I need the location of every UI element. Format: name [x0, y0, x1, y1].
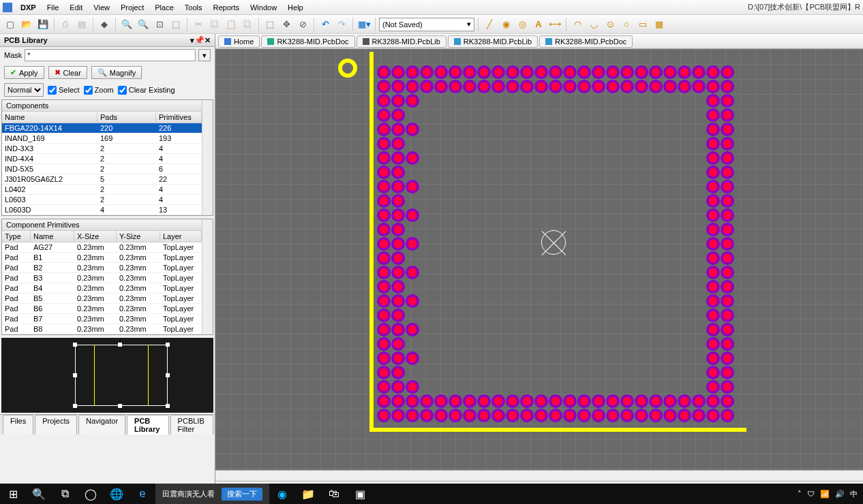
primitive-row[interactable]: PadB10.23mm0.23mmTopLayer	[2, 253, 202, 263]
tray-wifi-icon[interactable]: 📶	[820, 490, 830, 499]
pad[interactable]	[549, 394, 562, 408]
primitive-row[interactable]: PadAG270.23mm0.23mmTopLayer	[2, 242, 202, 253]
pad[interactable]	[563, 65, 577, 79]
pad[interactable]	[377, 266, 391, 279]
pad[interactable]	[706, 223, 720, 236]
pad[interactable]	[420, 80, 434, 93]
pad[interactable]	[463, 80, 476, 93]
pad[interactable]	[606, 409, 620, 422]
undo-icon[interactable]: ↶	[318, 17, 333, 32]
pad[interactable]	[420, 65, 434, 79]
component-row[interactable]: INAND_169169193	[2, 133, 202, 144]
pad[interactable]	[592, 65, 605, 79]
pad[interactable]	[377, 394, 391, 408]
pad[interactable]	[406, 123, 419, 136]
pad[interactable]	[549, 409, 562, 422]
primitive-row[interactable]: PadB60.23mm0.23mmTopLayer	[2, 304, 202, 314]
pad[interactable]	[391, 366, 405, 379]
pad[interactable]	[491, 80, 505, 93]
pad[interactable]	[391, 380, 405, 394]
pad[interactable]	[692, 409, 706, 422]
pad[interactable]	[377, 251, 391, 265]
pad[interactable]	[563, 394, 577, 408]
cortana-icon[interactable]: ◯	[78, 484, 104, 504]
pad[interactable]	[377, 223, 391, 236]
zoom-checkbox[interactable]: Zoom	[84, 86, 114, 95]
pad[interactable]	[649, 65, 663, 79]
mask-input[interactable]	[25, 49, 196, 61]
menu-file[interactable]: File	[42, 2, 65, 13]
pad[interactable]	[491, 394, 505, 408]
pad[interactable]	[721, 366, 734, 379]
pad[interactable]	[706, 309, 720, 322]
pad[interactable]	[391, 166, 405, 179]
print-icon[interactable]: ⎙	[58, 17, 73, 32]
pad[interactable]	[706, 94, 720, 108]
pad[interactable]	[377, 94, 391, 108]
pad[interactable]	[520, 394, 534, 408]
pad[interactable]	[721, 166, 734, 179]
pad[interactable]	[391, 337, 405, 351]
pad[interactable]	[534, 65, 548, 79]
pad[interactable]	[721, 123, 734, 136]
edge-icon[interactable]: e	[130, 484, 155, 504]
pad[interactable]	[391, 394, 405, 408]
pad[interactable]	[706, 237, 720, 251]
preview-icon[interactable]: ▤	[74, 17, 89, 32]
pad[interactable]	[520, 409, 534, 422]
component-row[interactable]: L040224	[2, 185, 202, 195]
pad[interactable]	[406, 94, 419, 108]
menu-tools[interactable]: Tools	[179, 2, 208, 13]
primitive-row[interactable]: PadB80.23mm0.23mmTopLayer	[2, 324, 202, 334]
pad[interactable]	[706, 337, 720, 351]
layers-icon[interactable]: ◆	[97, 17, 112, 32]
doc-tab[interactable]: Home	[218, 35, 260, 48]
component-row[interactable]: L060324	[2, 195, 202, 205]
magnify-button[interactable]: 🔍Magnify	[91, 66, 142, 79]
pad[interactable]	[406, 266, 419, 279]
pad[interactable]	[506, 80, 519, 93]
paste-icon[interactable]: 📋	[224, 17, 239, 32]
pad[interactable]	[391, 65, 405, 79]
primitive-row[interactable]: PadB40.23mm0.23mmTopLayer	[2, 283, 202, 294]
pad[interactable]	[592, 394, 605, 408]
cut-icon[interactable]: ✂	[191, 17, 206, 32]
rect-icon[interactable]: ▭	[635, 17, 650, 32]
taskbar-search[interactable]: 田震商演无人看 搜索一下	[155, 484, 269, 504]
pad[interactable]	[706, 166, 720, 179]
panel-close-icon[interactable]: ✕	[205, 36, 211, 45]
pad[interactable]	[377, 137, 391, 151]
deselect-icon[interactable]: ⊘	[295, 17, 310, 32]
pad[interactable]	[721, 151, 734, 165]
pad[interactable]	[706, 280, 720, 294]
pad[interactable]	[549, 65, 562, 79]
pad[interactable]	[649, 80, 663, 93]
save-icon[interactable]: 💾	[35, 17, 50, 32]
select-icon[interactable]: ⬚	[262, 17, 277, 32]
pad[interactable]	[721, 80, 734, 93]
edge2-icon[interactable]: ◉	[269, 484, 295, 504]
canvas-hscroll[interactable]	[215, 470, 863, 481]
start-button[interactable]: ⊞	[0, 484, 26, 504]
pad[interactable]	[377, 123, 391, 136]
pad-icon[interactable]: ◎	[515, 17, 530, 32]
pad[interactable]	[391, 323, 405, 336]
component-row[interactable]: FBGA220-14X14220226	[2, 123, 202, 133]
tray-volume-icon[interactable]: 🔊	[835, 490, 845, 499]
pad[interactable]	[377, 351, 391, 365]
grid-icon[interactable]: ▦▾	[357, 17, 372, 32]
pad[interactable]	[491, 409, 505, 422]
pad[interactable]	[506, 65, 519, 79]
app1-icon[interactable]: 🌐	[104, 484, 130, 504]
pad[interactable]	[391, 280, 405, 294]
pad[interactable]	[721, 65, 734, 79]
pad[interactable]	[391, 351, 405, 365]
pad[interactable]	[721, 280, 734, 294]
pad[interactable]	[706, 351, 720, 365]
pad[interactable]	[606, 80, 620, 93]
pad[interactable]	[406, 65, 419, 79]
pad[interactable]	[377, 237, 391, 251]
move-icon[interactable]: ✥	[279, 17, 294, 32]
pad[interactable]	[391, 223, 405, 236]
pad[interactable]	[463, 394, 476, 408]
